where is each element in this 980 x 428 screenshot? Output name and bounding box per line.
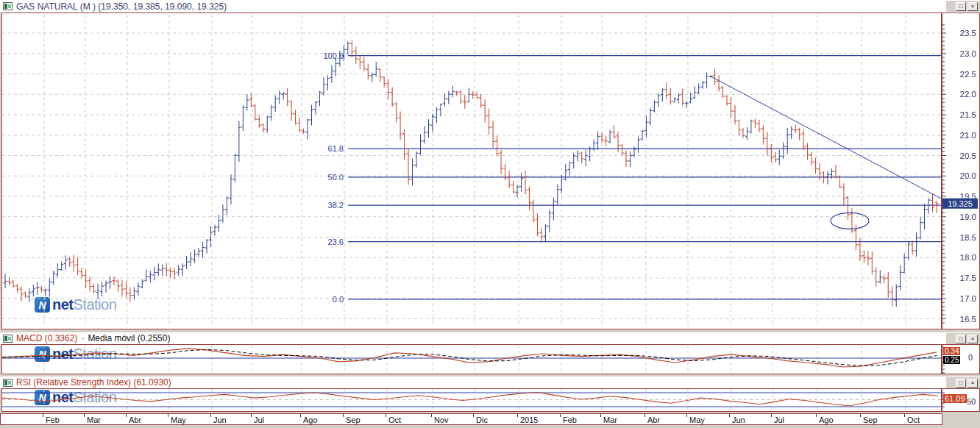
- time-axis[interactable]: FebMarAbrMayJunJulAgoSepOctNovDic2015Feb…: [0, 413, 942, 425]
- time-axis-label: Mar: [87, 415, 101, 424]
- macd-line: [2, 349, 937, 367]
- time-axis-label: Dic: [476, 415, 488, 424]
- time-axis-tick: [251, 414, 252, 417]
- time-axis-tick: [686, 414, 687, 417]
- price-axis-label: 20.0: [960, 171, 976, 180]
- price-axis-label: 22.5: [960, 70, 976, 79]
- fib-label: 23.6: [328, 238, 344, 246]
- rsi-panel-window-controls: □ ×: [946, 377, 980, 388]
- price-axis-label: 23.0: [960, 49, 976, 58]
- close-button[interactable]: ×: [967, 2, 978, 11]
- fib-label: 61.8: [328, 144, 344, 153]
- time-axis-label: Feb: [46, 415, 60, 424]
- time-axis-tick: [343, 414, 344, 417]
- price-chart[interactable]: N netStation 100.061.850.038.223.60.0: [1, 13, 942, 329]
- price-axis-label: 17.0: [960, 294, 976, 303]
- time-axis-label: Nov: [434, 415, 449, 424]
- time-axis-label: May: [689, 415, 705, 424]
- time-axis-tick: [729, 414, 730, 417]
- fibonacci-levels: 100.061.850.038.223.60.0: [323, 51, 941, 304]
- time-axis-tick: [816, 414, 817, 417]
- price-axis-label: 17.5: [960, 274, 976, 282]
- price-axis-label: 18.0: [960, 253, 976, 262]
- time-axis-tick: [210, 414, 211, 417]
- time-axis-label: Oct: [388, 415, 401, 424]
- macd-value-box: 0.34: [943, 347, 960, 355]
- macd-subtitle: Media móvil (0.2550): [88, 333, 170, 343]
- fib-label: 0.0: [333, 295, 344, 304]
- time-axis-label: Jul: [774, 415, 784, 424]
- time-axis-label: Jul: [254, 415, 264, 424]
- rsi-mid-label: 50: [967, 397, 976, 406]
- chart-icon: [3, 379, 13, 387]
- macd-panel-title-bar[interactable]: MACD (0.3362) - Media móvil (0.2550): [0, 332, 980, 344]
- ellipse-annotation: [831, 213, 869, 229]
- macd-title: MACD (0.3362): [16, 333, 77, 343]
- time-axis-tick: [431, 414, 432, 417]
- price-axis-label: 23.5: [960, 29, 976, 38]
- macd-signal-value-box: 0.25: [943, 356, 960, 364]
- maximize-button[interactable]: □: [956, 2, 966, 11]
- price-axis-label: 20.5: [960, 151, 976, 160]
- price-chart-svg: 100.061.850.038.223.60.0: [2, 13, 941, 329]
- time-axis-label: Ago: [819, 415, 834, 424]
- time-axis-tick: [126, 414, 127, 417]
- time-axis-label: Ago: [303, 415, 318, 424]
- time-axis-tick: [473, 414, 474, 417]
- time-axis-tick: [771, 414, 772, 417]
- chart-icon: [3, 335, 13, 343]
- price-axis-label: 19.0: [960, 213, 976, 221]
- time-axis-label: Jun: [732, 415, 745, 424]
- rsi-value-box: 61.09: [943, 394, 967, 403]
- price-axis-svg: 23.523.022.522.021.521.020.520.019.519.0…: [942, 13, 979, 329]
- time-axis-label: Abr: [647, 415, 660, 424]
- rsi-title: RSI (Relative Strength Index) (61.0930): [16, 377, 171, 388]
- macd-panel-window-controls: □ ×: [946, 333, 980, 344]
- time-axis-label: Feb: [563, 415, 577, 424]
- rsi-line: [2, 393, 938, 407]
- fib-label: 38.2: [328, 201, 344, 210]
- maximize-button[interactable]: □: [956, 379, 966, 388]
- close-button[interactable]: ×: [967, 379, 978, 388]
- time-axis-tick: [904, 414, 905, 417]
- price-axis-label: 21.0: [960, 131, 976, 140]
- rsi-chart[interactable]: N netStation: [1, 388, 942, 412]
- close-button[interactable]: ×: [967, 335, 978, 343]
- trendline: [710, 76, 941, 199]
- macd-signal-line: [2, 349, 937, 365]
- time-axis-label: Abr: [129, 415, 141, 424]
- macd-zero-label: 0: [968, 353, 973, 362]
- grid: [2, 15, 941, 327]
- time-axis-label: Oct: [907, 415, 920, 424]
- ohlc-bars: [4, 40, 939, 307]
- time-axis-tick: [560, 414, 561, 417]
- time-axis-tick: [517, 414, 518, 417]
- price-panel-title: GAS NATURAL (M ) (19.350, 19.385, 19.090…: [16, 1, 227, 12]
- price-axis[interactable]: 23.523.022.522.021.521.020.520.019.519.0…: [942, 13, 980, 329]
- time-axis-label: May: [171, 415, 186, 424]
- time-axis-label: 2015: [520, 415, 538, 424]
- maximize-button[interactable]: □: [956, 335, 966, 343]
- netstation-app: GAS NATURAL (M ) (19.350, 19.385, 19.090…: [0, 0, 980, 428]
- price-axis-label: 21.5: [960, 110, 976, 119]
- price-axis-label: 16.5: [960, 315, 976, 324]
- time-axis-label: Sep: [863, 415, 878, 424]
- time-axis-label: Sep: [346, 415, 361, 424]
- time-axis-tick: [386, 414, 386, 417]
- time-axis-label: Jun: [213, 415, 227, 424]
- last-price-tag-text: 19.325: [948, 199, 973, 208]
- time-axis-tick: [860, 414, 861, 417]
- time-axis-tick: [600, 414, 601, 417]
- price-axis-label: 22.0: [960, 90, 976, 99]
- price-panel-title-bar[interactable]: GAS NATURAL (M ) (19.350, 19.385, 19.090…: [0, 0, 980, 13]
- time-axis-tick: [300, 414, 301, 417]
- macd-title-separator: -: [81, 333, 84, 343]
- fib-label: 50.0: [328, 173, 344, 182]
- macd-chart[interactable]: N netStation: [1, 344, 942, 374]
- time-axis-tick: [168, 414, 168, 417]
- chart-icon: [3, 2, 13, 10]
- rsi-panel-title-bar[interactable]: RSI (Relative Strength Index) (61.0930): [0, 377, 980, 388]
- time-axis-tick: [645, 414, 645, 417]
- macd-svg: [2, 345, 941, 374]
- rsi-svg: [2, 389, 941, 411]
